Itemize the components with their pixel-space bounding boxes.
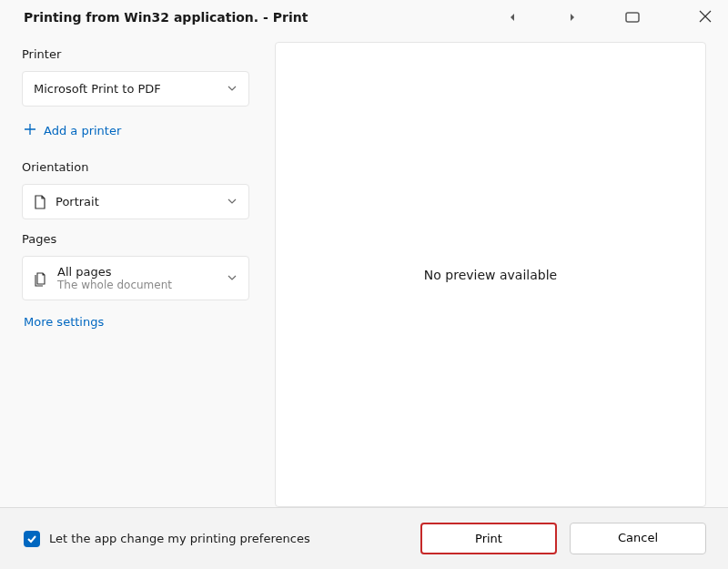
preview-pane: No preview available [275,42,706,507]
orientation-label: Orientation [22,160,249,174]
preview-next-button[interactable] [564,9,581,25]
more-settings-link[interactable]: More settings [22,308,249,336]
pages-select[interactable]: All pages The whole document [22,256,249,300]
pages-selected-value: All pages [57,265,227,279]
chevron-down-icon [227,269,238,287]
svg-rect-0 [626,13,639,22]
preferences-checkbox[interactable] [24,531,40,547]
pages-icon [34,270,48,287]
settings-panel: Printer Microsoft Print to PDF Add a pri… [22,42,249,507]
dialog-title: Printing from Win32 application. - Print [24,10,504,25]
pages-label: Pages [22,232,249,246]
portrait-icon [34,195,46,209]
preview-prev-button[interactable] [504,9,521,25]
add-printer-link[interactable]: Add a printer [22,114,249,147]
plus-icon [24,123,36,138]
printer-selected-value: Microsoft Print to PDF [34,82,227,96]
add-printer-label: Add a printer [44,124,121,137]
pages-selected-sub: The whole document [57,279,227,291]
cancel-button[interactable]: Cancel [570,523,706,554]
orientation-select[interactable]: Portrait [22,184,249,219]
print-button[interactable]: Print [420,523,557,554]
preview-message: No preview available [424,268,557,282]
printer-label: Printer [22,47,249,61]
orientation-selected-value: Portrait [56,195,227,208]
chevron-down-icon [227,80,238,97]
close-button[interactable] [699,9,712,26]
preferences-checkbox-label: Let the app change my printing preferenc… [49,532,310,545]
printer-select[interactable]: Microsoft Print to PDF [22,71,249,107]
chevron-down-icon [227,193,238,210]
preview-fullscreen-button[interactable] [624,9,641,25]
